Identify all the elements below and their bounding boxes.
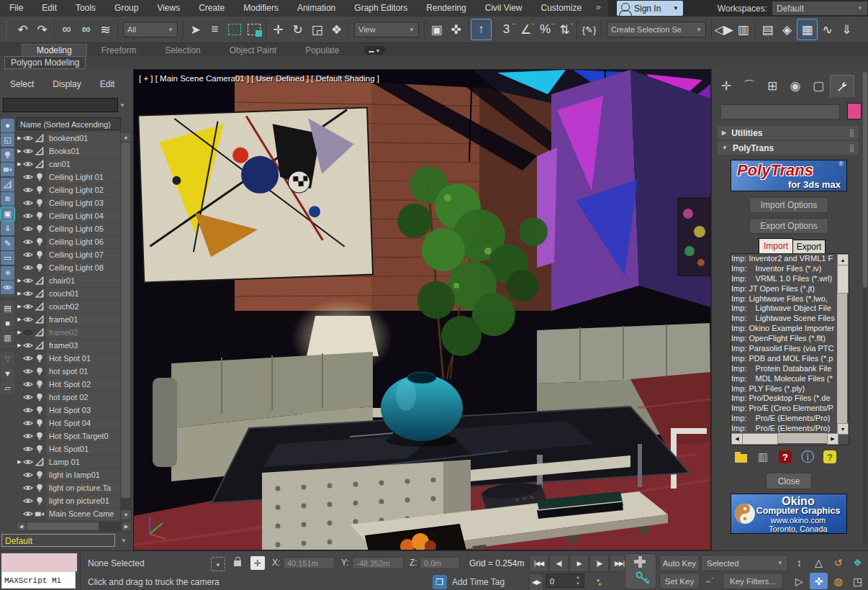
maxscript-mini-listener[interactable] bbox=[1, 553, 77, 571]
scroll-up-icon[interactable]: ▲ bbox=[120, 132, 132, 142]
key-set-dropdown[interactable]: Selected ▼ bbox=[701, 555, 788, 571]
percent-snap-icon[interactable]: %⌣ bbox=[535, 19, 555, 40]
tab-import[interactable]: Import bbox=[759, 238, 793, 253]
scroll-up-icon[interactable]: ▲ bbox=[837, 254, 849, 266]
ribbon-tab-modeling[interactable]: Modeling bbox=[22, 44, 87, 56]
selection-lock-icon[interactable] bbox=[234, 560, 241, 566]
create-tab-icon[interactable]: ✛ bbox=[715, 75, 738, 96]
curve-editor-icon[interactable]: ∿ bbox=[818, 19, 837, 40]
z-coordinate-field[interactable]: 0.0m bbox=[420, 557, 460, 569]
workspace-dropdown[interactable]: Default ▼ bbox=[772, 1, 868, 16]
set-key-button[interactable]: Set Key bbox=[659, 573, 700, 589]
ribbon-tab-populate[interactable]: Populate bbox=[291, 45, 353, 56]
display-tab-icon[interactable]: ▢ bbox=[807, 75, 830, 96]
edit-selection-sets-icon[interactable]: {✎} bbox=[579, 19, 599, 40]
explorer-row[interactable]: Ceiling Light 08 bbox=[16, 261, 120, 274]
eye-icon[interactable] bbox=[23, 211, 34, 221]
selection-set-dropdown[interactable]: Create Selection Se▼ bbox=[607, 22, 706, 37]
expand-icon[interactable]: ▶ bbox=[16, 459, 23, 465]
select-and-scale-icon[interactable]: ◲ bbox=[307, 19, 327, 40]
eye-icon[interactable] bbox=[23, 133, 34, 143]
new-container-icon[interactable]: ▱ bbox=[1, 381, 14, 395]
roll-camera-icon[interactable]: ↺ bbox=[829, 554, 847, 571]
default-tangents-icon[interactable]: ⌢ʿ bbox=[701, 574, 718, 589]
explorer-row[interactable]: Hot Spot 04 bbox=[16, 417, 120, 430]
scroll-left-icon[interactable]: ◀ bbox=[731, 433, 743, 445]
absolute-mode-icon[interactable]: ✛ bbox=[250, 556, 265, 570]
explorer-row[interactable]: Hot Spot 01 bbox=[16, 352, 120, 365]
explorer-row[interactable]: ▶frame01 bbox=[16, 313, 120, 326]
ribbon-tab-selection[interactable]: Selection bbox=[150, 45, 214, 56]
menu-animation[interactable]: Animation bbox=[288, 0, 345, 17]
display-hidden-objects-icon[interactable] bbox=[1, 281, 14, 294]
time-configuration-icon[interactable]: ◔✶ bbox=[592, 573, 607, 588]
select-and-move-icon[interactable]: ✛ bbox=[268, 19, 288, 40]
eye-icon[interactable] bbox=[23, 146, 34, 156]
eye-icon[interactable] bbox=[23, 457, 34, 467]
explorer-row[interactable]: ▶frame02 bbox=[16, 326, 120, 339]
select-object-icon[interactable]: ➤ bbox=[186, 19, 205, 40]
eye-icon[interactable] bbox=[23, 263, 34, 273]
explorer-row[interactable]: ▶frame03 bbox=[16, 339, 120, 352]
format-item[interactable]: Imp: Pro/Desktop Files (*.de bbox=[731, 394, 849, 404]
expand-icon[interactable]: ▶ bbox=[16, 135, 23, 141]
ref-coord-dropdown[interactable]: View▼ bbox=[354, 22, 419, 37]
eye-icon[interactable] bbox=[23, 224, 34, 234]
open-file-icon[interactable] bbox=[732, 449, 749, 465]
eye-icon[interactable] bbox=[23, 289, 34, 299]
display-helpers-icon[interactable] bbox=[1, 178, 14, 191]
format-item[interactable]: Imp: Protein Databank File bbox=[731, 364, 849, 374]
hierarchy-tab-icon[interactable]: ⊞ bbox=[761, 75, 784, 96]
scroll-down-icon[interactable]: ▼ bbox=[120, 509, 132, 520]
explorer-row[interactable]: ▶bookend01 bbox=[16, 132, 120, 145]
key-filters-button[interactable]: Key Filters... bbox=[723, 573, 783, 589]
redo-icon[interactable]: ↷ bbox=[32, 19, 52, 40]
scroll-right-icon[interactable]: ▶ bbox=[827, 433, 838, 445]
menu-customize[interactable]: Customize bbox=[532, 0, 592, 17]
explorer-row[interactable]: hot spot 02 bbox=[16, 391, 120, 404]
explorer-row[interactable]: ▶can01 bbox=[16, 158, 120, 171]
expand-icon[interactable]: ▶ bbox=[16, 148, 23, 154]
expand-icon[interactable]: ▶ bbox=[16, 161, 23, 167]
explorer-row[interactable]: Ceiling Light 01 bbox=[16, 171, 120, 183]
fov-icon[interactable]: ▷ bbox=[790, 573, 808, 589]
use-pivot-center-icon[interactable]: ▣ bbox=[427, 19, 446, 40]
filter-icon[interactable]: ▼ bbox=[1, 367, 14, 381]
explorer-row[interactable]: Ceiling Light 03 bbox=[16, 196, 120, 209]
selection-set-field[interactable]: Default bbox=[1, 534, 115, 547]
menu-group[interactable]: Group bbox=[105, 0, 148, 17]
scroll-right-icon[interactable]: ▶ bbox=[121, 522, 132, 532]
eye-icon[interactable] bbox=[23, 379, 34, 389]
select-and-rotate-icon[interactable]: ↻ bbox=[288, 19, 307, 40]
selection-set-dropdown-icon[interactable]: ▼ bbox=[121, 537, 127, 544]
undo-icon[interactable]: ↶ bbox=[13, 19, 32, 40]
explorer-menu-edit[interactable]: Edit bbox=[100, 79, 115, 89]
mirror-icon[interactable]: ◁▶ bbox=[714, 19, 733, 40]
format-item[interactable]: Imp: OpenFlight Files (*.flt) bbox=[731, 334, 849, 344]
import-options-button[interactable]: Import Options bbox=[749, 197, 828, 213]
object-color-swatch[interactable] bbox=[847, 103, 862, 119]
explorer-row[interactable]: Ceiling Light 04 bbox=[16, 209, 120, 222]
select-and-manipulate-icon[interactable]: ✜ bbox=[446, 19, 466, 40]
polygon-modeling-panel[interactable]: Polygon Modeling bbox=[4, 56, 86, 69]
format-item[interactable]: Imp: PLY Files (*.ply) bbox=[731, 384, 849, 394]
explorer-search-input[interactable] bbox=[3, 98, 118, 112]
display-bones-icon[interactable]: ✎ bbox=[1, 237, 14, 250]
display-lights-icon[interactable] bbox=[1, 148, 14, 162]
dolly-camera-icon[interactable]: ↕ bbox=[790, 554, 808, 571]
unlink-selection-icon[interactable]: ∞ bbox=[76, 19, 96, 40]
explorer-row[interactable]: hot spot 01 bbox=[16, 365, 120, 378]
polytrans-rollout[interactable]: ▼ PolyTrans ⣿ bbox=[718, 141, 859, 155]
eye-icon[interactable] bbox=[23, 483, 34, 493]
bind-to-space-warp-icon[interactable]: ≋ bbox=[96, 19, 115, 40]
orbit-camera-icon[interactable]: ◍ bbox=[829, 573, 847, 589]
eye-icon[interactable] bbox=[23, 340, 34, 350]
eye-icon[interactable] bbox=[23, 496, 34, 506]
explorer-row[interactable]: Ceiling Light 05 bbox=[16, 222, 120, 235]
viewport[interactable]: [ + ] [ Main Scene Camera01 ] [ User Def… bbox=[133, 69, 711, 550]
format-item[interactable]: Imp: Pro/E (Elements/Pro) bbox=[731, 414, 849, 424]
format-item[interactable]: Imp: Okino Example Importer bbox=[731, 324, 849, 334]
x-coordinate-field[interactable]: 40.151m bbox=[283, 557, 335, 569]
hscroll-thumb[interactable] bbox=[742, 433, 778, 445]
eye-icon[interactable] bbox=[23, 353, 34, 363]
